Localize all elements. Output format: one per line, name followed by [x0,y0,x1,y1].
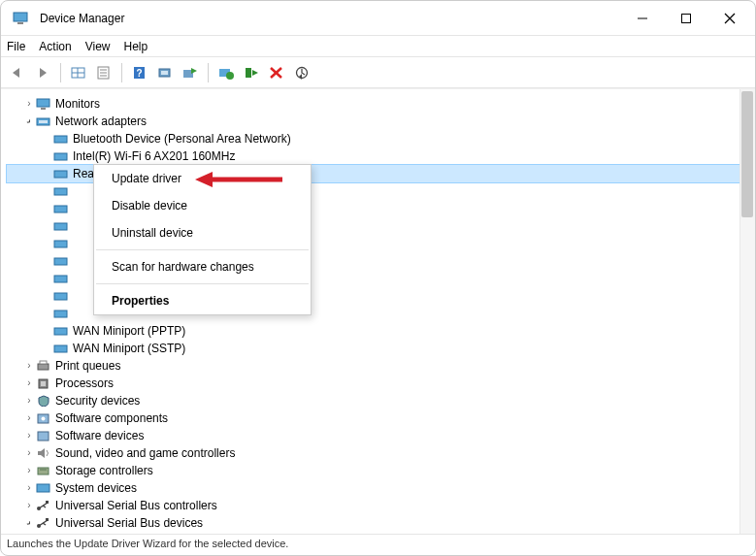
tree-node-usb-devices[interactable]: ›Universal Serial Bus devices [7,514,755,532]
add-legacy-button[interactable] [291,62,312,83]
show-hidden-button[interactable] [68,62,89,83]
tree-node-print-queues[interactable]: ›Print queues [7,357,755,375]
expand-icon[interactable]: › [22,375,36,392]
svg-rect-3 [681,14,690,22]
usb-icon [36,499,51,512]
svg-rect-54 [46,518,49,521]
statusbar-text: Launches the Update Driver Wizard for th… [7,538,288,549]
expand-icon[interactable]: › [22,444,36,462]
toolbar: ? [1,57,755,88]
svg-rect-24 [37,99,49,107]
software-device-icon [36,429,51,442]
system-device-icon [36,481,51,495]
svg-point-19 [226,72,234,80]
svg-rect-33 [54,223,67,230]
ctx-separator [96,249,309,250]
forward-button[interactable] [32,62,53,83]
tree-node-monitors[interactable]: › Monitors [7,95,755,113]
security-icon [36,394,51,408]
expand-icon[interactable]: › [22,409,36,427]
titlebar: Device Manager [1,1,755,36]
network-adapter-icon [53,219,69,233]
svg-rect-25 [41,108,46,110]
svg-rect-28 [54,136,67,143]
tree-node-app-mode[interactable]: ·APP Mode [7,532,755,534]
menu-view[interactable]: View [85,40,111,53]
menu-help[interactable]: Help [124,40,148,53]
ctx-properties[interactable]: Properties [94,287,311,314]
tree-node-usb-controllers[interactable]: ›Universal Serial Bus controllers [7,497,755,514]
network-adapter-icon [53,167,69,180]
uninstall-button[interactable] [215,62,237,83]
speaker-icon [36,446,51,460]
monitor-icon [36,97,51,111]
enable-button[interactable] [241,62,262,83]
properties-button[interactable] [93,62,115,83]
svg-rect-50 [37,484,49,492]
svg-rect-29 [54,153,67,160]
scan-hardware-button[interactable] [154,62,176,83]
svg-rect-1 [17,22,23,24]
svg-rect-52 [46,501,49,504]
tree-node-network-adapters[interactable]: › Network adapters [7,113,755,130]
tree-node-intel-wifi[interactable]: · Intel(R) Wi-Fi 6 AX201 160MHz [7,147,755,165]
expand-icon[interactable]: › [22,357,36,375]
software-component-icon [36,411,51,425]
maximize-button[interactable] [664,4,707,33]
ctx-update-driver[interactable]: Update driver [94,165,311,192]
svg-rect-40 [54,345,67,352]
network-adapter-icon [53,324,69,338]
svg-rect-48 [38,468,49,474]
menu-file[interactable]: File [7,40,25,53]
disable-button[interactable] [266,62,287,83]
cpu-icon [36,376,51,390]
svg-rect-36 [54,276,67,282]
scrollbar-thumb[interactable] [741,91,753,217]
expand-icon[interactable]: › [22,427,36,444]
help-button[interactable]: ? [129,62,150,83]
svg-rect-27 [39,120,48,123]
tree-node-storage-controllers[interactable]: ›Storage controllers [7,462,755,479]
window-title: Device Manager [40,12,620,25]
vertical-scrollbar[interactable] [740,89,755,534]
tree-view[interactable]: › Monitors › Network adapters · Bluetoot… [1,88,755,534]
context-menu: Update driver Disable device Uninstall d… [93,164,312,315]
tree-node-system-devices[interactable]: ›System devices [7,479,755,497]
tree-node-security-devices[interactable]: ›Security devices [7,392,755,409]
back-button[interactable] [7,62,28,83]
svg-rect-35 [54,258,67,265]
svg-rect-47 [38,432,49,441]
ctx-separator [96,283,309,284]
tree-node-processors[interactable]: ›Processors [7,375,755,392]
network-adapter-icon [53,307,69,320]
tree-node-wan-pptp[interactable]: · WAN Miniport (PPTP) [7,322,755,340]
tree-node-sound[interactable]: ›Sound, video and game controllers [7,444,755,462]
svg-text:?: ? [136,68,142,79]
network-adapter-icon [53,132,69,146]
ctx-disable-device[interactable]: Disable device [94,192,311,219]
network-adapter-icon [53,184,69,198]
svg-rect-31 [54,188,67,195]
tree-node-software-components[interactable]: ›Software components [7,409,755,427]
ctx-scan-hardware[interactable]: Scan for hardware changes [94,253,311,280]
expand-icon[interactable]: › [22,462,36,479]
update-driver-button[interactable] [180,62,201,83]
svg-rect-30 [54,171,67,178]
close-button[interactable] [707,4,751,33]
svg-rect-38 [54,311,67,317]
ctx-uninstall-device[interactable]: Uninstall device [94,219,311,246]
network-adapter-icon [53,272,69,285]
expand-icon[interactable]: › [22,479,36,497]
network-adapter-icon [53,237,69,250]
tree-node-bluetooth-pan[interactable]: · Bluetooth Device (Personal Area Networ… [7,130,755,147]
svg-rect-39 [54,328,67,335]
menu-action[interactable]: Action [39,40,71,53]
svg-rect-42 [40,361,47,364]
minimize-button[interactable] [620,4,664,33]
tree-node-wan-sstp[interactable]: · WAN Miniport (SSTP) [7,340,755,357]
expand-icon[interactable]: › [22,392,36,409]
network-adapter-icon [53,254,69,268]
tree-node-software-devices[interactable]: ›Software devices [7,427,755,444]
svg-rect-16 [161,71,168,75]
svg-rect-37 [54,293,67,300]
